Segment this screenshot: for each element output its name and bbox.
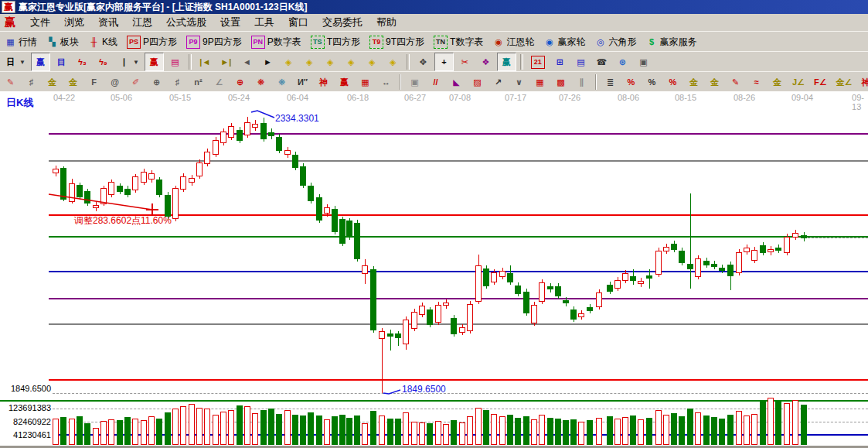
zigzag-lines-button[interactable]: ∨ bbox=[509, 73, 529, 91]
period-day-selector-dropdown-arrow[interactable]: ▼ bbox=[19, 59, 26, 66]
zoom-out-left-button[interactable]: ◈ bbox=[279, 53, 298, 71]
p-square-button[interactable]: PSP四方形 bbox=[123, 32, 181, 51]
brush-red-button[interactable]: ✎ bbox=[726, 73, 745, 91]
spiral-tool-button[interactable]: @ bbox=[105, 73, 124, 91]
menu-item-浏览[interactable]: 浏览 bbox=[57, 15, 91, 29]
winner-wheel-button[interactable]: ◉赢家轮 bbox=[540, 32, 589, 51]
first-page-button[interactable]: |◄ bbox=[196, 53, 215, 71]
angle-measure-tool-button[interactable]: ✂ bbox=[455, 53, 475, 71]
info-panel-button[interactable]: 目 bbox=[52, 53, 71, 71]
tick-grid-button[interactable]: ♯ bbox=[168, 73, 187, 91]
phone-dialer-button[interactable]: ☎ bbox=[592, 53, 611, 71]
wave-band-red-button[interactable]: ≈ bbox=[747, 73, 766, 91]
price-time-frame-button[interactable]: ▦ bbox=[356, 73, 375, 91]
notepad-button[interactable]: ▤ bbox=[571, 53, 591, 71]
spider-web-red-button[interactable]: ❋ bbox=[251, 73, 271, 91]
prev-page-button[interactable]: ◄ bbox=[237, 53, 257, 71]
fibonacci-grid-button[interactable]: F bbox=[84, 73, 104, 91]
mirror-angle-button[interactable]: ∠ bbox=[209, 73, 229, 91]
fan-box-purple-button[interactable]: ◣ bbox=[447, 73, 466, 91]
gold-levels-button[interactable]: 金 bbox=[705, 73, 724, 91]
spider-web-blue-button[interactable]: ❋ bbox=[272, 73, 291, 91]
t-number-table-label: T数字表 bbox=[450, 36, 483, 49]
quotes-board-button[interactable]: ▦行情 bbox=[1, 32, 41, 51]
menu-item-公式选股[interactable]: 公式选股 bbox=[159, 15, 213, 29]
zoom-in-right-button[interactable]: ◈ bbox=[300, 53, 319, 71]
candle-style-selector-button[interactable]: ∣▼ bbox=[114, 53, 143, 71]
percent-retrace-red-button[interactable]: % bbox=[621, 73, 641, 91]
angle-gold-button[interactable]: 金∠ bbox=[832, 73, 856, 91]
n-square-grid-button[interactable]: n² bbox=[189, 73, 208, 91]
t-square-button[interactable]: TST四方形 bbox=[307, 32, 364, 51]
gann-shape-tool-button[interactable]: ❖ bbox=[476, 53, 495, 71]
hexagon-chart-button[interactable]: ◎六角形 bbox=[591, 32, 640, 51]
h-compress-button[interactable]: ◈ bbox=[342, 53, 361, 71]
9p-square-button[interactable]: P99P四方形 bbox=[182, 32, 246, 51]
gold-ratio-grid-2-button[interactable]: 金 bbox=[63, 73, 83, 91]
angle-shen-button[interactable]: 神∠ bbox=[857, 73, 868, 91]
winner-service-button[interactable]: $赢家服务 bbox=[642, 32, 700, 51]
zoom-all-button[interactable]: ◈ bbox=[383, 53, 403, 71]
volume-profile-button[interactable]: ▤ bbox=[165, 53, 185, 71]
gold-ratio-grid-1-button[interactable]: 金 bbox=[43, 73, 62, 91]
win-grid-button[interactable]: 赢 bbox=[335, 73, 354, 91]
calculator-button[interactable]: ⊞ bbox=[550, 53, 570, 71]
menu-item-资讯[interactable]: 资讯 bbox=[91, 15, 125, 29]
chart-area[interactable] bbox=[0, 91, 868, 446]
world-time-icon: ⊛ bbox=[617, 56, 628, 68]
hand-tool-button[interactable]: ✥ bbox=[414, 53, 433, 71]
menu-item-交易委托[interactable]: 交易委托 bbox=[315, 15, 369, 29]
time-cycle-circle-button[interactable]: ⊕ bbox=[147, 73, 166, 91]
web-box-red-button[interactable]: ▨ bbox=[468, 73, 487, 91]
percent-line-red-button[interactable]: % bbox=[663, 73, 682, 91]
menu-item-设置[interactable]: 设置 bbox=[213, 15, 247, 29]
p-number-table-button[interactable]: PNP数字表 bbox=[247, 32, 305, 51]
percent-plain-button[interactable]: % bbox=[642, 73, 662, 91]
sector-blocks-button[interactable]: ▚板块 bbox=[43, 32, 83, 51]
kline-chart-button[interactable]: ╫K线 bbox=[84, 32, 121, 51]
winner-analysis-button[interactable]: 赢 bbox=[497, 53, 516, 71]
h-expand-button[interactable]: ◈ bbox=[321, 53, 340, 71]
box-measure-button[interactable]: ▣ bbox=[405, 73, 424, 91]
wave-mark-button[interactable]: И″ bbox=[293, 73, 312, 91]
window-titlebar[interactable]: 赢 赢家江恩专业版[赢家内部服务平台] - [上证指数 SH1A0001-123… bbox=[0, 0, 868, 14]
level-list-button[interactable]: ≣ bbox=[601, 73, 620, 91]
shen-grid-button[interactable]: 神 bbox=[314, 73, 333, 91]
next-page-button[interactable]: ► bbox=[258, 53, 277, 71]
gold-circle-button[interactable]: 金 bbox=[684, 73, 703, 91]
winner-chart-red-button[interactable]: 赢 bbox=[145, 53, 164, 71]
draw-knife-button[interactable]: ✎ bbox=[1, 73, 20, 91]
angle-j-button[interactable]: J∠ bbox=[788, 73, 808, 91]
crosshair-tool-button[interactable]: + bbox=[434, 53, 454, 71]
menu-item-江恩[interactable]: 江恩 bbox=[125, 15, 159, 29]
fan-lines-red-button[interactable]: // bbox=[426, 73, 445, 91]
world-time-button[interactable]: ⊛ bbox=[613, 53, 632, 71]
winner-chart-blue-button[interactable]: 赢 bbox=[31, 53, 50, 71]
menu-item-文件[interactable]: 文件 bbox=[23, 15, 57, 29]
last-page-button[interactable]: ►| bbox=[216, 53, 236, 71]
v-expand-button[interactable]: ◈ bbox=[363, 53, 382, 71]
menu-item-工具[interactable]: 工具 bbox=[247, 15, 281, 29]
parallel-lines-button[interactable]: ∥ bbox=[572, 73, 591, 91]
draw-pen-grid-button[interactable]: ✐ bbox=[126, 73, 145, 91]
candle-style-selector-dropdown-arrow[interactable]: ▼ bbox=[133, 59, 139, 66]
circle-cross-red-button[interactable]: ⊕ bbox=[230, 73, 250, 91]
menu-item-帮助[interactable]: 帮助 bbox=[369, 15, 403, 29]
menu-item-窗口[interactable]: 窗口 bbox=[281, 15, 315, 29]
hexagon-chart-icon: ◎ bbox=[594, 36, 606, 48]
trend-arrow-lines-button[interactable]: ↗ bbox=[488, 73, 508, 91]
grid-box-red-1-button[interactable]: ▦ bbox=[530, 73, 550, 91]
printer-button[interactable]: ▣ bbox=[634, 53, 653, 71]
wave-segments-3-button[interactable]: ϟ₃ bbox=[73, 53, 92, 71]
wave-segments-9-button[interactable]: ϟ₉ bbox=[94, 53, 113, 71]
t-number-table-button[interactable]: TNT数字表 bbox=[430, 32, 487, 51]
gann-time-grid-button[interactable]: ♯ bbox=[22, 73, 41, 91]
gann-wheel-button[interactable]: ◉江恩轮 bbox=[488, 32, 538, 51]
h-span-arrows-button[interactable]: ↔ bbox=[376, 73, 396, 91]
grid-box-red-2-button[interactable]: ▩ bbox=[551, 73, 570, 91]
gold-line-button[interactable]: 金 bbox=[768, 73, 787, 91]
period-day-selector-button[interactable]: 日▼ bbox=[1, 53, 29, 71]
angle-f-button[interactable]: F∠ bbox=[810, 73, 831, 91]
calendar-button[interactable]: 21 bbox=[527, 53, 549, 71]
9t-square-button[interactable]: T99T四方形 bbox=[366, 32, 428, 51]
